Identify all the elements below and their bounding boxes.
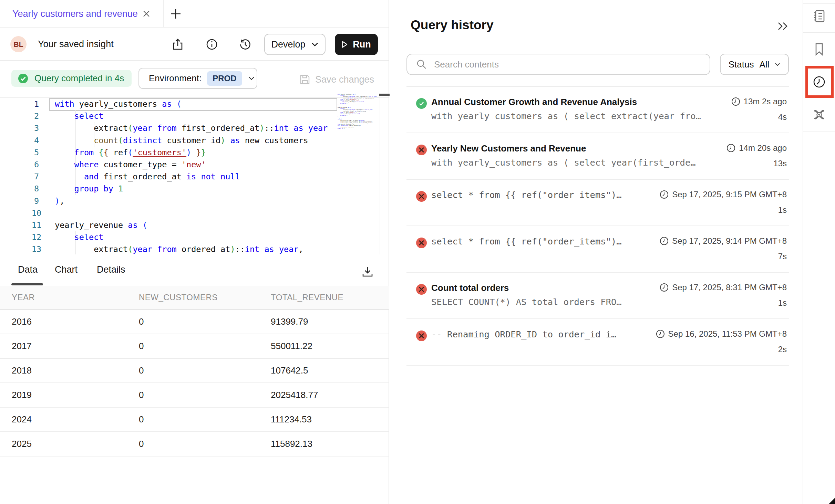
code-line[interactable]: extract(year from first_ordered_at)::int… — [55, 122, 328, 134]
error-status-icon — [416, 191, 427, 202]
save-icon — [299, 74, 310, 85]
code-line[interactable]: count(distinct customer_id) as new_custo… — [55, 135, 328, 147]
table-cell: 0 — [139, 390, 271, 400]
query-duration: 4s — [778, 112, 787, 122]
share-icon[interactable] — [171, 38, 185, 51]
code-line[interactable]: from {{ ref('customers') }} — [55, 147, 328, 159]
app: Yearly customers and revenue BL Your sav… — [0, 0, 835, 504]
query-preview: with yearly_customers as ( select extrac… — [431, 111, 701, 121]
minimap-divider — [380, 93, 380, 254]
collapse-panel-icon[interactable] — [776, 20, 792, 34]
query-duration: 1s — [778, 298, 787, 308]
save-changes-button[interactable]: Save changes — [299, 61, 374, 98]
chevron-down-icon — [311, 42, 319, 47]
tab-close-icon[interactable] — [142, 0, 151, 28]
status-filter-value: All — [759, 59, 769, 70]
version-history-icon[interactable] — [238, 38, 252, 51]
table-cell: 107642.5 — [271, 365, 389, 376]
success-status-icon — [416, 98, 427, 109]
query-duration: 2s — [778, 345, 787, 354]
results-panel: Data Chart Details YEARNEW_CUSTOMERSTOTA… — [0, 254, 389, 504]
new-tab-button[interactable] — [169, 0, 183, 28]
active-tab-underline — [11, 283, 43, 285]
avatar[interactable]: BL — [10, 36, 27, 52]
table-cell: 0 — [139, 365, 271, 376]
code-line[interactable]: and first_ordered_at is not null — [55, 171, 328, 183]
table-cell: 0 — [139, 439, 271, 449]
search-input[interactable]: Search contents — [406, 54, 710, 75]
chevron-down-icon — [248, 76, 255, 81]
environment-value: PROD — [207, 71, 242, 86]
run-button[interactable]: Run — [335, 34, 378, 55]
table-row[interactable]: 20250115892.13 — [0, 432, 389, 456]
scrollbar-thumb[interactable] — [379, 94, 390, 96]
clock-icon — [660, 190, 669, 199]
code-line[interactable]: ), — [55, 195, 328, 207]
table-row[interactable]: 20240111234.53 — [0, 408, 389, 432]
query-history-list: Annual Customer Growth and Revenue Analy… — [406, 86, 789, 366]
query-history-item[interactable]: select * from {{ ref("order_items")…Sep … — [406, 226, 789, 273]
code-line[interactable]: select — [55, 231, 328, 243]
info-icon[interactable] — [205, 38, 219, 51]
query-history-item[interactable]: Count total ordersSELECT COUNT(*) AS tot… — [406, 273, 789, 319]
error-status-icon — [416, 330, 427, 341]
code-line[interactable]: select — [55, 110, 328, 122]
code-line[interactable] — [55, 207, 328, 219]
code-line[interactable]: yearly_revenue as ( — [55, 219, 328, 231]
code-line[interactable]: extract(year from ordered_at)::int as ye… — [55, 243, 328, 254]
query-history-item[interactable]: -- Renaming ORDER_ID to order_id i…Sep 1… — [406, 319, 789, 366]
tab-divider — [163, 0, 164, 28]
tab-yearly-customers[interactable]: Yearly customers and revenue — [12, 0, 138, 28]
column-header: YEAR — [0, 293, 139, 302]
lineage-icon[interactable] — [812, 107, 827, 122]
success-check-icon — [18, 73, 28, 84]
tab-data[interactable]: Data — [18, 254, 38, 285]
query-duration: 13s — [773, 159, 787, 168]
chevron-down-icon — [775, 63, 780, 66]
query-history-item[interactable]: Annual Customer Growth and Revenue Analy… — [406, 87, 789, 133]
code-line[interactable]: group by 1 — [55, 183, 328, 195]
code-line[interactable]: with yearly_customers as ( — [55, 98, 328, 110]
table-cell: 2016 — [0, 316, 139, 327]
develop-button[interactable]: Develop — [264, 34, 326, 55]
tab-bar: Yearly customers and revenue — [0, 0, 389, 28]
query-time: Sep 16, 2025, 11:53 PM GMT+8 — [656, 329, 787, 339]
code-line[interactable]: where customer_type = 'new' — [55, 159, 328, 171]
query-preview: with yearly_customers as ( select year(f… — [431, 157, 696, 168]
run-label: Run — [353, 39, 371, 50]
table-row[interactable]: 2016091399.79 — [0, 310, 389, 334]
code-area[interactable]: with yearly_customers as ( select extrac… — [55, 98, 328, 254]
bookmark-icon[interactable] — [812, 42, 827, 57]
table-cell: 91399.79 — [271, 316, 389, 327]
query-history-item[interactable]: select * from {{ ref("order_items")…Sep … — [406, 180, 789, 226]
query-history-item[interactable]: Yearly New Customers and Revenuewith yea… — [406, 133, 789, 180]
insight-title: Your saved insight — [38, 28, 114, 61]
query-history-title: Query history — [411, 18, 494, 32]
status-row: Query completed in 4s Environment: PROD … — [0, 61, 389, 98]
query-history-icon[interactable] — [812, 74, 827, 90]
sql-editor[interactable]: 12345678910111213 with yearly_customers … — [0, 98, 389, 254]
table-row[interactable]: 20170550011.22 — [0, 334, 389, 359]
clock-icon — [660, 283, 669, 292]
status-filter[interactable]: Status All — [720, 54, 789, 75]
query-title: select * from {{ ref("order_items")… — [431, 190, 622, 200]
minimap[interactable]: with yearly_customers as ( select extrac… — [338, 94, 379, 162]
download-icon[interactable] — [361, 265, 374, 279]
play-icon — [342, 41, 348, 48]
environment-select[interactable]: Environment: PROD — [138, 68, 257, 89]
tab-chart[interactable]: Chart — [55, 254, 78, 285]
query-duration: 1s — [778, 205, 787, 215]
column-header: TOTAL_REVENUE — [271, 293, 389, 302]
table-body: 2016091399.7920170550011.2220180107642.5… — [0, 310, 389, 456]
query-status-badge: Query completed in 4s — [11, 70, 132, 87]
table-row[interactable]: 20180107642.5 — [0, 359, 389, 383]
table-cell: 0 — [139, 414, 271, 425]
tab-details[interactable]: Details — [97, 254, 125, 285]
table-cell: 2018 — [0, 365, 139, 376]
query-title: Count total orders — [431, 283, 509, 293]
table-cell: 0 — [139, 316, 271, 327]
table-cell: 2024 — [0, 414, 139, 425]
table-row[interactable]: 201902025418.77 — [0, 383, 389, 408]
table-cell: 550011.22 — [271, 341, 389, 351]
notebook-icon[interactable] — [812, 9, 827, 24]
